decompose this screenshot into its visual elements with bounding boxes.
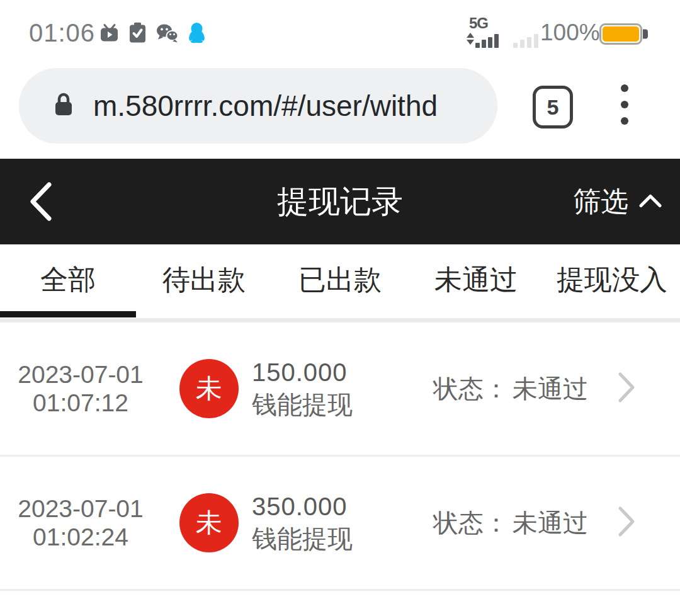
wechat-icon [156, 23, 178, 42]
status-label: 状态： [433, 375, 509, 402]
status-label: 状态： [433, 509, 509, 537]
record-status: 状态：未通过 [433, 372, 588, 406]
chevron-left-icon [26, 181, 54, 222]
menu-kebab-icon[interactable] [621, 84, 628, 134]
app-header: 提现记录 筛选 [0, 159, 680, 244]
battery-percent-text: 100% [540, 20, 600, 46]
amount-value: 150.000 [252, 356, 353, 389]
browser-toolbar: m.580rrrr.com/#/user/withd 5 [0, 63, 680, 159]
url-text: m.580rrrr.com/#/user/withd [93, 89, 438, 123]
record-date: 2023-07-01 [18, 495, 144, 522]
status-badge: 未 [179, 359, 239, 418]
battery-icon [599, 23, 642, 45]
record-time: 01:07:12 [33, 389, 128, 416]
amount-value: 350.000 [252, 491, 353, 523]
record-datetime: 2023-07-01 01:07:12 [10, 360, 151, 417]
withdrawal-list: 2023-07-01 01:07:12 未 150.000 钱能提现 状态：未通… [0, 322, 680, 591]
record-datetime: 2023-07-01 01:02:24 [10, 494, 151, 551]
signal-bars-icon [475, 34, 499, 48]
tv-icon [99, 23, 119, 42]
record-date: 2023-07-01 [18, 361, 144, 388]
downlink-arrow-icon [467, 40, 474, 45]
record-amount-block: 150.000 钱能提现 [252, 356, 353, 421]
tabs-divider [0, 318, 680, 322]
lock-icon[interactable] [54, 93, 73, 119]
tab-withdraw-not-credited[interactable]: 提现没入 [544, 244, 680, 322]
filter-button[interactable]: 筛选 [573, 183, 662, 220]
clipboard-check-icon [129, 23, 146, 43]
tab-paid-out[interactable]: 已出款 [272, 244, 408, 322]
tab-pending-payout[interactable]: 待出款 [136, 244, 272, 322]
tab-rejected[interactable]: 未通过 [408, 244, 544, 322]
status-badge: 未 [179, 493, 239, 552]
screen: 01:06 [0, 0, 680, 616]
chevron-up-icon [638, 193, 662, 210]
page-title: 提现记录 [277, 181, 403, 223]
payment-method: 钱能提现 [252, 523, 353, 555]
list-item[interactable]: 2023-07-01 01:07:12 未 150.000 钱能提现 状态：未通… [0, 322, 680, 455]
status-value: 未通过 [513, 375, 588, 402]
tab-switcher-button[interactable]: 5 [533, 86, 573, 128]
qq-icon [188, 23, 205, 43]
record-amount-block: 350.000 钱能提现 [252, 491, 353, 555]
status-bar: 01:06 [0, 0, 680, 63]
filter-tabs: 全部 待出款 已出款 未通过 提现没入 [0, 244, 680, 322]
chevron-right-icon [617, 505, 636, 540]
network-type-label: 5G [469, 14, 488, 32]
active-tab-underline [0, 311, 136, 317]
list-item[interactable]: 2023-07-01 01:02:24 未 350.000 钱能提现 状态：未通… [0, 457, 680, 589]
chevron-right-icon [617, 371, 636, 406]
filter-label: 筛选 [573, 183, 628, 220]
signal-5g-icon: 5G [467, 16, 502, 49]
uplink-arrow-icon [467, 33, 474, 38]
clock-text: 01:06 [29, 19, 95, 47]
notification-icons [99, 23, 205, 43]
row-separator [0, 589, 680, 591]
back-button[interactable] [26, 181, 54, 222]
status-value: 未通过 [513, 509, 588, 537]
record-status: 状态：未通过 [433, 506, 588, 540]
record-time: 01:02:24 [33, 523, 128, 550]
signal-bars-sim2-icon [513, 16, 538, 48]
tab-count: 5 [547, 95, 559, 120]
payment-method: 钱能提现 [252, 389, 353, 421]
address-bar[interactable]: m.580rrrr.com/#/user/withd [19, 68, 497, 144]
